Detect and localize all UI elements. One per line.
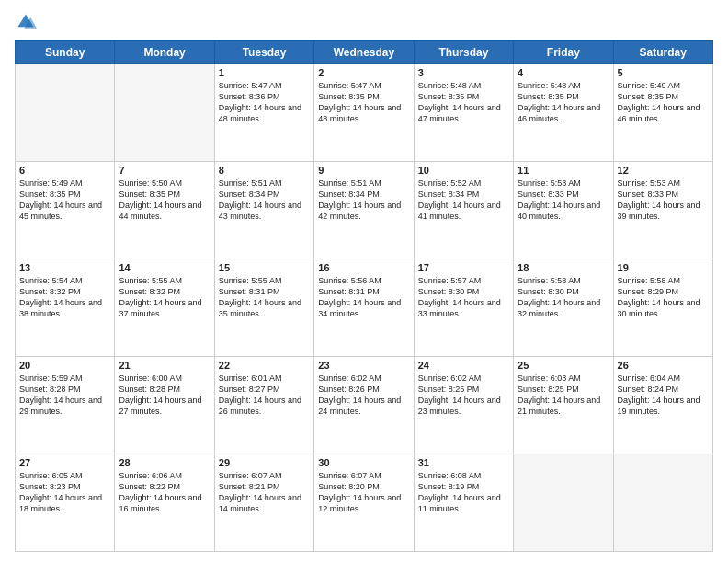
day-number: 1 [219,67,310,78]
day-info: Sunrise: 5:58 AMSunset: 8:29 PMDaylight:… [618,275,709,320]
day-number: 13 [19,262,110,273]
header [15,11,713,33]
calendar-day-cell: 6Sunrise: 5:49 AMSunset: 8:35 PMDaylight… [16,162,115,259]
calendar-table: SundayMondayTuesdayWednesdayThursdayFrid… [15,40,713,552]
day-number: 5 [618,67,709,78]
day-number: 11 [518,165,609,176]
day-number: 7 [119,165,210,176]
day-number: 23 [318,360,409,371]
day-number: 31 [418,457,509,468]
day-info: Sunrise: 6:01 AMSunset: 8:27 PMDaylight:… [219,373,310,418]
day-number: 12 [618,165,709,176]
calendar-day-cell: 11Sunrise: 5:53 AMSunset: 8:33 PMDayligh… [514,162,613,259]
day-info: Sunrise: 5:58 AMSunset: 8:30 PMDaylight:… [518,275,609,320]
day-info: Sunrise: 6:07 AMSunset: 8:20 PMDaylight:… [318,470,409,515]
day-number: 30 [318,457,409,468]
day-info: Sunrise: 6:04 AMSunset: 8:24 PMDaylight:… [618,373,709,418]
day-info: Sunrise: 5:53 AMSunset: 8:33 PMDaylight:… [518,178,609,223]
day-info: Sunrise: 5:55 AMSunset: 8:31 PMDaylight:… [219,275,310,320]
calendar-day-cell: 3Sunrise: 5:48 AMSunset: 8:35 PMDaylight… [414,64,513,162]
day-number: 14 [119,262,210,273]
calendar-day-cell: 30Sunrise: 6:07 AMSunset: 8:20 PMDayligh… [314,454,414,552]
calendar-day-cell: 15Sunrise: 5:55 AMSunset: 8:31 PMDayligh… [214,259,313,357]
day-number: 16 [318,262,409,273]
day-info: Sunrise: 5:48 AMSunset: 8:35 PMDaylight:… [418,80,509,125]
calendar-week-row: 6Sunrise: 5:49 AMSunset: 8:35 PMDaylight… [16,162,713,259]
day-info: Sunrise: 5:47 AMSunset: 8:36 PMDaylight:… [219,80,310,125]
day-number: 20 [19,360,110,371]
logo-icon [15,11,37,33]
day-info: Sunrise: 6:00 AMSunset: 8:28 PMDaylight:… [119,373,210,418]
calendar-day-cell: 1Sunrise: 5:47 AMSunset: 8:36 PMDaylight… [214,64,313,162]
calendar-day-cell: 29Sunrise: 6:07 AMSunset: 8:21 PMDayligh… [214,454,313,552]
day-of-week-header: Wednesday [314,41,414,64]
calendar-day-cell: 19Sunrise: 5:58 AMSunset: 8:29 PMDayligh… [613,259,712,357]
calendar-day-cell: 17Sunrise: 5:57 AMSunset: 8:30 PMDayligh… [414,259,513,357]
calendar-day-cell: 22Sunrise: 6:01 AMSunset: 8:27 PMDayligh… [214,357,313,454]
day-info: Sunrise: 5:48 AMSunset: 8:35 PMDaylight:… [518,80,609,125]
day-info: Sunrise: 6:07 AMSunset: 8:21 PMDaylight:… [219,470,310,515]
calendar-day-cell: 13Sunrise: 5:54 AMSunset: 8:32 PMDayligh… [16,259,115,357]
day-info: Sunrise: 6:02 AMSunset: 8:26 PMDaylight:… [318,373,409,418]
calendar-day-cell [115,64,214,162]
calendar-day-cell: 20Sunrise: 5:59 AMSunset: 8:28 PMDayligh… [16,357,115,454]
page: SundayMondayTuesdayWednesdayThursdayFrid… [0,0,728,563]
calendar-week-row: 27Sunrise: 6:05 AMSunset: 8:23 PMDayligh… [16,454,713,552]
calendar-day-cell: 23Sunrise: 6:02 AMSunset: 8:26 PMDayligh… [314,357,414,454]
calendar-header-row: SundayMondayTuesdayWednesdayThursdayFrid… [16,41,713,64]
day-info: Sunrise: 6:05 AMSunset: 8:23 PMDaylight:… [19,470,110,515]
day-info: Sunrise: 5:49 AMSunset: 8:35 PMDaylight:… [19,178,110,223]
calendar-day-cell: 9Sunrise: 5:51 AMSunset: 8:34 PMDaylight… [314,162,414,259]
calendar-day-cell: 8Sunrise: 5:51 AMSunset: 8:34 PMDaylight… [214,162,313,259]
day-info: Sunrise: 5:59 AMSunset: 8:28 PMDaylight:… [19,373,110,418]
day-number: 27 [19,457,110,468]
day-of-week-header: Tuesday [214,41,313,64]
day-number: 8 [219,165,310,176]
day-number: 29 [219,457,310,468]
calendar-day-cell: 24Sunrise: 6:02 AMSunset: 8:25 PMDayligh… [414,357,513,454]
calendar-day-cell: 14Sunrise: 5:55 AMSunset: 8:32 PMDayligh… [115,259,214,357]
calendar-day-cell: 28Sunrise: 6:06 AMSunset: 8:22 PMDayligh… [115,454,214,552]
calendar-day-cell: 18Sunrise: 5:58 AMSunset: 8:30 PMDayligh… [514,259,613,357]
day-number: 2 [318,67,409,78]
day-number: 3 [418,67,509,78]
calendar-day-cell: 5Sunrise: 5:49 AMSunset: 8:35 PMDaylight… [613,64,712,162]
calendar-week-row: 1Sunrise: 5:47 AMSunset: 8:36 PMDaylight… [16,64,713,162]
day-number: 26 [618,360,709,371]
calendar-day-cell [613,454,712,552]
day-info: Sunrise: 5:55 AMSunset: 8:32 PMDaylight:… [119,275,210,320]
day-info: Sunrise: 5:49 AMSunset: 8:35 PMDaylight:… [618,80,709,125]
calendar-day-cell: 10Sunrise: 5:52 AMSunset: 8:34 PMDayligh… [414,162,513,259]
calendar-day-cell: 21Sunrise: 6:00 AMSunset: 8:28 PMDayligh… [115,357,214,454]
day-number: 10 [418,165,509,176]
day-info: Sunrise: 5:52 AMSunset: 8:34 PMDaylight:… [418,178,509,223]
day-info: Sunrise: 6:08 AMSunset: 8:19 PMDaylight:… [418,470,509,515]
calendar-day-cell [16,64,115,162]
day-number: 25 [518,360,609,371]
day-number: 22 [219,360,310,371]
day-info: Sunrise: 5:50 AMSunset: 8:35 PMDaylight:… [119,178,210,223]
calendar-day-cell: 12Sunrise: 5:53 AMSunset: 8:33 PMDayligh… [613,162,712,259]
day-info: Sunrise: 6:06 AMSunset: 8:22 PMDaylight:… [119,470,210,515]
calendar-day-cell: 31Sunrise: 6:08 AMSunset: 8:19 PMDayligh… [414,454,513,552]
day-info: Sunrise: 5:51 AMSunset: 8:34 PMDaylight:… [219,178,310,223]
day-number: 18 [518,262,609,273]
day-info: Sunrise: 6:03 AMSunset: 8:25 PMDaylight:… [518,373,609,418]
calendar-day-cell: 2Sunrise: 5:47 AMSunset: 8:35 PMDaylight… [314,64,414,162]
calendar-week-row: 20Sunrise: 5:59 AMSunset: 8:28 PMDayligh… [16,357,713,454]
calendar-week-row: 13Sunrise: 5:54 AMSunset: 8:32 PMDayligh… [16,259,713,357]
day-info: Sunrise: 6:02 AMSunset: 8:25 PMDaylight:… [418,373,509,418]
day-number: 15 [219,262,310,273]
day-of-week-header: Thursday [414,41,513,64]
day-number: 24 [418,360,509,371]
calendar-day-cell: 4Sunrise: 5:48 AMSunset: 8:35 PMDaylight… [514,64,613,162]
day-of-week-header: Monday [115,41,214,64]
day-number: 4 [518,67,609,78]
day-info: Sunrise: 5:57 AMSunset: 8:30 PMDaylight:… [418,275,509,320]
day-info: Sunrise: 5:56 AMSunset: 8:31 PMDaylight:… [318,275,409,320]
calendar-day-cell: 25Sunrise: 6:03 AMSunset: 8:25 PMDayligh… [514,357,613,454]
day-info: Sunrise: 5:47 AMSunset: 8:35 PMDaylight:… [318,80,409,125]
day-number: 28 [119,457,210,468]
day-of-week-header: Friday [514,41,613,64]
day-info: Sunrise: 5:53 AMSunset: 8:33 PMDaylight:… [618,178,709,223]
